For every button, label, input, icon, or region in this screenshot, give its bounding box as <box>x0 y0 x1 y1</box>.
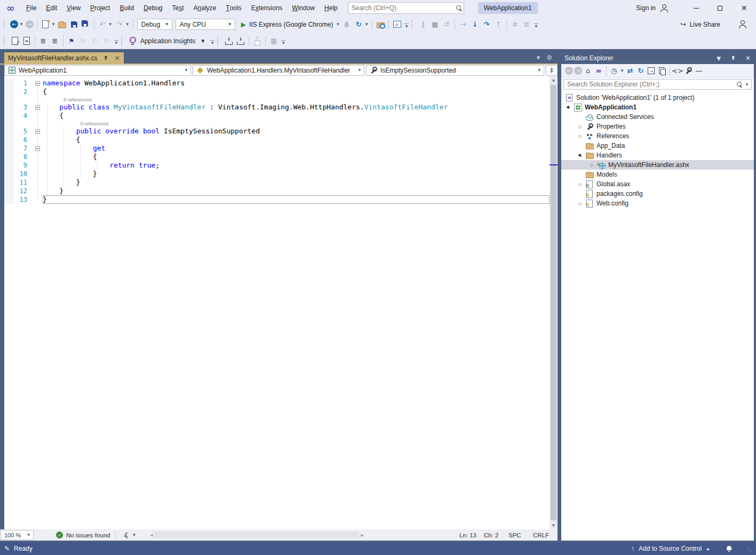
fold-margin[interactable] <box>32 153 43 161</box>
collapsed-arrow-icon[interactable]: ▷ <box>576 124 585 129</box>
redo-icon[interactable]: ↷▼ <box>114 18 131 31</box>
active-files-dropdown-icon[interactable]: ▼ <box>537 56 540 60</box>
fold-margin[interactable] <box>32 161 43 170</box>
member-dropdown[interactable]: IsEmptySessionSupported ▼ <box>366 65 544 76</box>
caret-up-icon[interactable]: ▲ <box>706 546 710 551</box>
line-indicator[interactable]: Ln: 13 <box>459 532 484 538</box>
breakpoint-margin[interactable] <box>4 136 14 144</box>
collapsed-arrow-icon[interactable]: ▷ <box>576 182 585 187</box>
back-icon[interactable]: ← <box>564 65 574 77</box>
refresh-icon[interactable]: ↻ <box>635 65 646 77</box>
live-share-button[interactable]: ↪ Live Share <box>678 18 723 31</box>
close-button[interactable]: ✕ <box>732 0 756 16</box>
breakpoint-margin[interactable] <box>4 144 14 153</box>
notifications-bell-icon[interactable] <box>724 544 734 553</box>
fold-margin[interactable] <box>32 79 43 88</box>
step-out-icon[interactable]: ↑ <box>492 18 504 31</box>
restart-icon[interactable]: ↺ <box>441 18 452 31</box>
minimize-button[interactable] <box>684 0 708 16</box>
toolbar-overflow-icon[interactable]: ▼ <box>281 40 285 45</box>
home-icon[interactable]: ⌂ <box>583 65 593 77</box>
type-dropdown[interactable]: WebApplication1.Handlers.MyVintasoftFile… <box>193 65 364 76</box>
code-line-3[interactable]: 3 public class MyVintasoftFileHandler : … <box>4 103 550 112</box>
fold-collapse-box[interactable] <box>35 146 40 151</box>
properties-icon[interactable] <box>683 65 694 77</box>
fold-margin[interactable] <box>32 103 43 112</box>
fold-margin[interactable] <box>32 88 43 96</box>
application-insights-dropdown[interactable]: ▾ <box>197 35 209 47</box>
tree-item-handlers[interactable]: ▶Handlers <box>561 150 754 160</box>
close-panel-icon[interactable]: ✕ <box>745 54 751 62</box>
navigate-backward-icon[interactable]: ←▼ <box>9 18 25 31</box>
fold-collapse-box[interactable] <box>35 81 40 86</box>
menu-item-help[interactable]: Help <box>320 0 343 16</box>
breakpoint-margin[interactable] <box>4 178 14 187</box>
code-area[interactable]: 1namespace WebApplication1.Handlers2{0 r… <box>4 76 550 529</box>
code-line-11[interactable]: 11 } <box>4 178 550 187</box>
step-into-icon[interactable]: ↓ <box>469 18 481 31</box>
breakpoint-margin[interactable] <box>4 161 14 170</box>
fold-collapse-box[interactable] <box>35 129 40 134</box>
menu-item-project[interactable]: Project <box>85 0 115 16</box>
tree-item-packages-config[interactable]: packages.config <box>561 189 754 199</box>
next-bookmark-icon[interactable]: ⚐ <box>89 35 101 47</box>
menu-item-window[interactable]: Window <box>287 0 320 16</box>
breakpoint-margin[interactable] <box>4 79 14 88</box>
solution-platforms-combo[interactable]: Any CPU▼ <box>176 19 235 30</box>
pin-tab-icon[interactable] <box>102 54 109 61</box>
zoom-level-combo[interactable]: 100 % ▼ <box>1 530 34 540</box>
code-line-12[interactable]: 12 } <box>4 187 550 195</box>
expanded-arrow-icon[interactable]: ▶ <box>576 150 585 160</box>
code-line-7[interactable]: 7 get <box>4 144 550 153</box>
breakpoint-margin[interactable] <box>4 103 14 112</box>
column-indicator[interactable]: Ch: 2 <box>484 532 508 538</box>
code-line-8[interactable]: 8 { <box>4 153 550 161</box>
breakpoint-margin[interactable] <box>4 170 14 178</box>
scrollbar-thumb[interactable] <box>551 85 556 520</box>
toggle-designer-icon[interactable] <box>9 35 21 47</box>
tree-item-global-asax[interactable]: ▷Global.asax <box>561 179 754 189</box>
collapsed-arrow-icon[interactable]: ▷ <box>588 163 596 168</box>
navigate-forward-icon[interactable]: → <box>25 18 35 31</box>
resize-grip[interactable]: ⋱ <box>746 546 752 552</box>
menu-item-debug[interactable]: Debug <box>139 0 167 16</box>
break-all-icon[interactable]: ∥ <box>417 18 429 31</box>
expanded-arrow-icon[interactable]: ▶ <box>564 102 574 112</box>
show-all-files-icon[interactable] <box>657 65 667 77</box>
toolbar-overflow-icon[interactable]: ▼ <box>210 40 214 45</box>
breakpoint-margin[interactable] <box>4 112 14 120</box>
table-icon[interactable]: ▦ <box>268 35 280 47</box>
editor-options-gear-icon[interactable]: ⚙ <box>546 54 552 61</box>
step-over-icon[interactable]: ↷ <box>481 18 492 31</box>
menu-item-file[interactable]: File <box>21 0 41 16</box>
tree-item-properties[interactable]: ▷Properties <box>561 122 754 131</box>
fold-collapse-box[interactable] <box>35 105 40 110</box>
collapsed-arrow-icon[interactable]: ▷ <box>576 134 585 139</box>
fold-margin[interactable] <box>32 144 43 153</box>
solution-configurations-combo[interactable]: Debug▼ <box>137 19 172 30</box>
fold-margin[interactable] <box>32 187 43 195</box>
codelens-references[interactable]: 0 references <box>4 96 550 103</box>
solution-search-input[interactable] <box>564 81 734 88</box>
stop-debugging-icon[interactable]: ■ <box>429 18 441 31</box>
pending-changes-filter-icon[interactable]: ◷▼ <box>609 65 625 77</box>
tree-item-web-config[interactable]: ▷Web.config <box>561 199 754 208</box>
vertical-scrollbar[interactable]: ▲ ▼ <box>550 76 558 529</box>
horizontal-scrollbar[interactable] <box>154 532 359 538</box>
fold-margin[interactable] <box>32 195 43 204</box>
code-line-13[interactable]: 13} <box>4 195 550 204</box>
menu-item-test[interactable]: Test <box>168 0 189 16</box>
menu-item-edit[interactable]: Edit <box>41 0 62 16</box>
code-cleanup-icon[interactable] <box>121 530 131 540</box>
publish-icon[interactable] <box>251 35 263 47</box>
collapse-all-icon[interactable] <box>646 65 657 77</box>
scroll-up-arrow-icon[interactable]: ▲ <box>550 76 558 84</box>
breakpoint-margin[interactable] <box>4 195 14 204</box>
tree-item-app-data[interactable]: App_Data <box>561 141 754 150</box>
start-debugging-button[interactable]: ▶IIS Express (Google Chrome)▼ <box>237 18 341 31</box>
menu-item-extensions[interactable]: Extensions <box>246 0 288 16</box>
find-in-files-icon[interactable] <box>375 18 386 31</box>
collapsed-arrow-icon[interactable]: ▷ <box>576 201 585 206</box>
comment-lines-icon[interactable]: ≣ <box>37 35 49 47</box>
code-line-4[interactable]: 4 { <box>4 112 550 120</box>
